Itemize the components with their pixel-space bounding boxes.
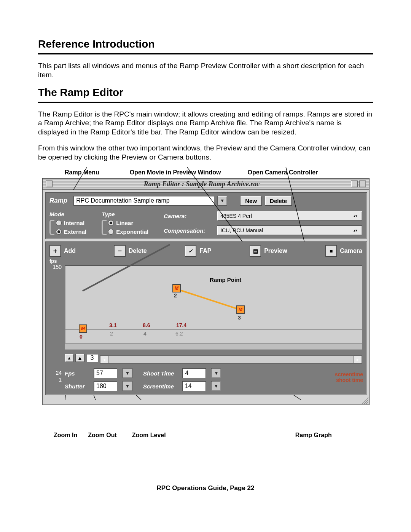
delete-point-button[interactable]: − Delete	[114, 245, 147, 257]
compensation-value: ICU, RCU Manual	[220, 227, 263, 233]
ramp-point-marker[interactable]: M	[79, 324, 87, 333]
section-heading-reference: Reference Introduction	[38, 38, 373, 50]
x-label-3_1: 3.1	[109, 322, 116, 328]
callout-zoom-out: Zoom Out	[88, 432, 117, 439]
delete-ramp-button[interactable]: Delete	[265, 196, 292, 206]
top-callout-row: Ramp Menu Open Movie in Preview Window O…	[38, 169, 373, 176]
mode-internal-radio[interactable]: Internal	[56, 220, 86, 226]
scroll-right-arrow[interactable]: ▸	[354, 356, 362, 363]
shoot-time-dropdown[interactable]: ▼	[211, 368, 221, 378]
screentime-dropdown[interactable]: ▼	[211, 381, 221, 391]
callout-open-movie: Open Movie in Preview Window	[130, 169, 221, 176]
ramp-name-field[interactable]: RPC Documnetation Sample ramp	[73, 196, 214, 206]
new-ramp-button[interactable]: New	[240, 196, 262, 206]
x-label-17_4: 17.4	[176, 322, 186, 328]
ramp-label: Ramp	[49, 197, 67, 204]
mountain-small-icon: ▲	[67, 356, 72, 360]
graph-panel: + Add − Delete ✓ FAP ▤ Preview	[45, 241, 367, 395]
camera-selector[interactable]: 435ES 4 Perf ▴▾	[217, 211, 362, 221]
callout-open-camera: Open Camera Controller	[248, 169, 318, 176]
fps-axis-label: fps	[49, 258, 362, 264]
camera-button[interactable]: ■ Camera	[325, 245, 362, 257]
window-collapse-box[interactable]	[359, 181, 366, 187]
preview-label: Preview	[264, 248, 287, 254]
filmstrip-icon: ▤	[250, 245, 261, 257]
type-linear-label: Linear	[116, 220, 133, 226]
mode-label: Mode	[49, 211, 87, 217]
fps-label: Fps	[65, 370, 85, 377]
mode-external-label: External	[64, 228, 86, 235]
zoom-level-field[interactable]: 3	[86, 354, 98, 362]
camera-label: Camera:	[164, 213, 210, 219]
callout-ramp-menu: Ramp Menu	[65, 169, 99, 176]
fap-label: FAP	[199, 248, 211, 254]
page-footer: RPC Operations Guide, Page 22	[38, 484, 373, 492]
ramp-editor-paragraph-2: From this window the other two important…	[38, 144, 373, 162]
plus-icon: +	[49, 245, 61, 257]
x-tick-4: 4	[143, 331, 147, 337]
preview-button[interactable]: ▤ Preview	[250, 245, 287, 257]
shutter-label: Shutter	[65, 383, 85, 390]
ramp-dropdown-arrow[interactable]: ▼	[217, 196, 227, 206]
type-exponential-radio[interactable]: Exponential	[108, 228, 148, 235]
section-rule-2	[38, 102, 373, 103]
window-titlebar[interactable]: Ramp Editor : Sample Ramp Archive.rac	[43, 179, 369, 190]
window-zoom-box[interactable]	[351, 181, 358, 187]
shoot-time-field[interactable]: 4	[182, 368, 206, 378]
x-label-8_6: 8.6	[143, 322, 150, 328]
scroll-left-arrow[interactable]: ◂	[100, 356, 108, 363]
bottom-callout-row: Zoom In Zoom Out Zoom Level Ramp Graph	[42, 432, 369, 439]
ramp-point-marker[interactable]: M	[172, 284, 181, 292]
ramp-point-callout: Ramp Point	[210, 276, 241, 283]
zoom-out-button[interactable]: ▲	[75, 354, 84, 362]
ramp-point-label-0: 0	[80, 334, 83, 340]
compensation-label: Compensation:	[164, 227, 210, 234]
mode-external-radio[interactable]: External	[56, 228, 86, 235]
ramp-point-label-3: 3	[238, 315, 241, 321]
screentime-label: Screentime	[143, 383, 174, 390]
compensation-selector[interactable]: ICU, RCU Manual ▴▾	[217, 225, 362, 235]
y-axis-24: 24	[56, 370, 62, 376]
add-point-label: Add	[64, 248, 76, 254]
x-tick-6_2: 6.2	[175, 331, 183, 337]
mountain-large-icon: ▲	[77, 355, 83, 361]
fps-field[interactable]: 57	[94, 368, 117, 378]
ramp-point-label-2: 2	[174, 292, 177, 299]
mode-internal-label: Internal	[64, 220, 84, 226]
window-close-box[interactable]	[46, 181, 53, 187]
wave-icon: ✓	[185, 245, 196, 257]
screentime-field[interactable]: 14	[182, 381, 206, 391]
shutter-field[interactable]: 180	[94, 381, 117, 391]
ramp-header-panel: Ramp RPC Documnetation Sample ramp ▼ New…	[45, 192, 367, 239]
camera-tool-label: Camera	[340, 248, 362, 254]
fps-dropdown[interactable]: ▼	[123, 368, 132, 378]
window-title: Ramp Editor : Sample Ramp Archive.rac	[53, 180, 350, 188]
camera-icon: ■	[325, 245, 337, 257]
y-axis-min: 1	[59, 377, 62, 383]
section-heading-ramp-editor: The Ramp Editor	[38, 86, 373, 99]
callout-ramp-graph: Ramp Graph	[295, 432, 332, 439]
window-resize-grip[interactable]	[362, 397, 368, 404]
fap-button[interactable]: ✓ FAP	[185, 245, 211, 257]
ramp-editor-window: Ramp Editor : Sample Ramp Archive.rac Ra…	[42, 178, 370, 405]
updown-arrows-icon: ▴▾	[354, 229, 360, 232]
ramp-graph[interactable]: Ramp Point M 0 M 2 M 3	[65, 265, 362, 350]
y-axis-max: 150	[53, 264, 62, 270]
intro-paragraph: This part lists all windows and menus of…	[38, 61, 373, 80]
minus-icon: −	[114, 245, 126, 257]
callout-zoom-in: Zoom In	[54, 432, 77, 439]
type-linear-radio[interactable]: Linear	[108, 220, 148, 226]
camera-value: 435ES 4 Perf	[220, 213, 252, 219]
x-tick-2: 2	[110, 331, 113, 337]
type-label: Type	[102, 211, 149, 217]
callout-zoom-level: Zoom Level	[132, 432, 166, 439]
shoot-time-label: Shoot Time	[143, 370, 174, 377]
updown-arrows-icon: ▴▾	[354, 214, 360, 217]
zoom-in-button[interactable]: ▲	[65, 354, 74, 362]
type-exponential-label: Exponential	[116, 228, 148, 235]
add-point-button[interactable]: + Add	[49, 245, 76, 257]
redraw-mode-tag: screentimeshoot time	[335, 372, 363, 383]
shutter-dropdown[interactable]: ▼	[123, 381, 132, 391]
horizontal-scrollbar[interactable]: ◂ ▸	[100, 355, 362, 364]
ramp-point-marker[interactable]: M	[236, 305, 245, 314]
